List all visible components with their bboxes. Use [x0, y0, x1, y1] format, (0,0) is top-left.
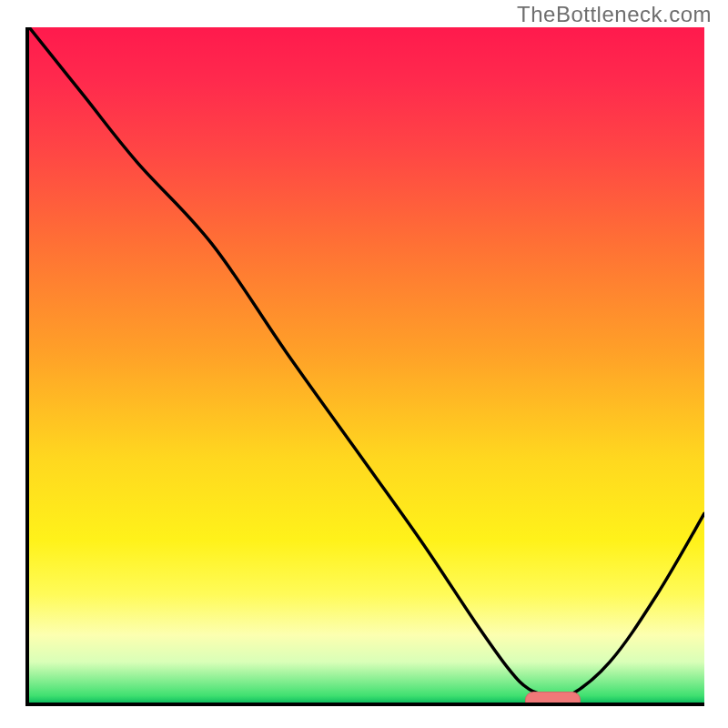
- curve-path: [29, 27, 704, 699]
- bottleneck-curve: [29, 27, 704, 703]
- chart-container: TheBottleneck.com: [0, 0, 728, 728]
- watermark-text: TheBottleneck.com: [517, 2, 712, 27]
- optimal-range-marker: [525, 692, 581, 707]
- plot-area: [25, 27, 704, 706]
